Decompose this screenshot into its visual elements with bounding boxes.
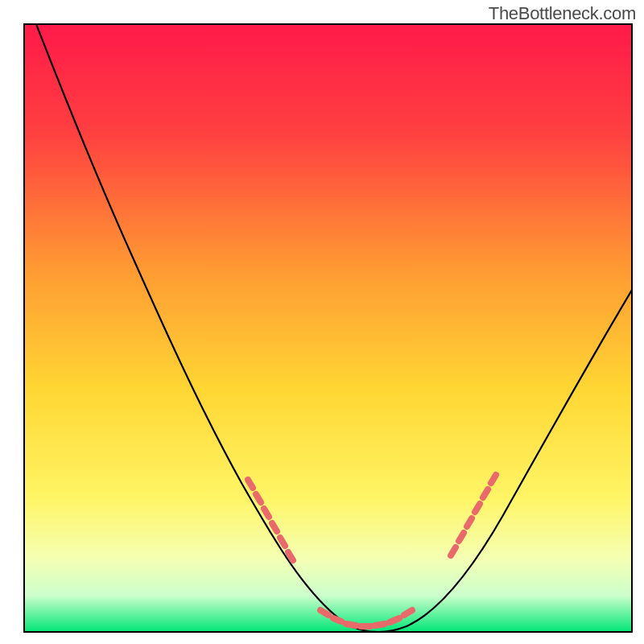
svg-line-12 [390,618,399,622]
chart-container: TheBottleneck.com [0,0,644,644]
svg-line-4 [272,523,277,531]
svg-line-2 [256,494,261,502]
svg-line-15 [459,533,464,541]
svg-line-9 [346,624,356,625]
plot-background [24,24,632,632]
watermark-text: TheBottleneck.com [489,3,636,24]
svg-line-14 [451,547,456,555]
svg-line-17 [475,504,480,512]
svg-line-6 [288,552,293,560]
svg-line-13 [404,610,412,615]
svg-line-5 [280,538,285,546]
svg-line-8 [333,618,341,621]
svg-line-11 [375,624,385,625]
svg-line-19 [491,475,496,483]
svg-line-3 [264,509,269,517]
svg-line-1 [248,480,253,488]
svg-line-18 [483,489,488,497]
bottleneck-chart [0,0,644,644]
svg-line-16 [467,518,472,526]
svg-line-7 [320,610,328,615]
